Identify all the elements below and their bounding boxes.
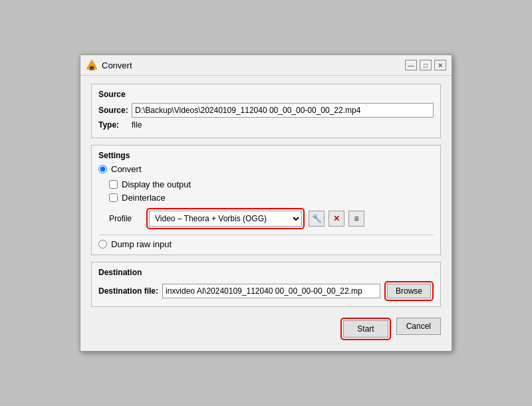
destination-section-label: Destination (98, 268, 434, 277)
wrench-button[interactable]: 🔧 (309, 211, 325, 227)
window-content: Source Source: Type: file Settings Conve… (80, 76, 452, 351)
title-bar-controls: — □ ✕ (405, 60, 446, 70)
dest-file-label: Destination file: (98, 286, 158, 296)
settings-section: Settings Convert Display the output Dein… (91, 145, 441, 255)
dump-radio-label: Dump raw input (111, 239, 172, 249)
type-row: Type: file (98, 120, 434, 130)
bottom-buttons: Start Cancel (91, 314, 441, 343)
source-section-label: Source (98, 90, 434, 99)
svg-rect-1 (90, 66, 94, 68)
display-output-row: Display the output (109, 179, 434, 189)
convert-radio[interactable] (98, 165, 107, 173)
source-section: Source Source: Type: file (91, 84, 441, 138)
cancel-button[interactable]: Cancel (396, 318, 441, 335)
browse-button[interactable]: Browse (387, 284, 431, 298)
profile-row: Profile Video – Theora + Vorbis (OGG) Vi… (109, 208, 434, 229)
browse-btn-wrapper: Browse (384, 281, 434, 301)
start-btn-wrapper: Start (340, 318, 390, 340)
profile-select[interactable]: Video – Theora + Vorbis (OGG) Video – H.… (149, 211, 302, 227)
destination-section: Destination Destination file: Browse (91, 262, 441, 307)
close-button[interactable]: ✕ (434, 60, 446, 70)
title-bar: Convert — □ ✕ (80, 55, 452, 76)
display-output-label: Display the output (122, 179, 191, 189)
window-title: Convert (102, 60, 132, 70)
display-output-checkbox[interactable] (109, 180, 118, 189)
convert-radio-label: Convert (111, 164, 142, 174)
vlc-icon (86, 59, 98, 71)
title-bar-left: Convert (86, 59, 132, 71)
type-value: file (132, 120, 142, 130)
profile-label: Profile (109, 214, 142, 223)
start-button[interactable]: Start (343, 320, 388, 338)
convert-radio-row: Convert (98, 164, 434, 174)
profile-list-button[interactable]: ≡ (348, 211, 364, 227)
dest-file-input[interactable] (162, 284, 380, 298)
source-label: Source: (98, 106, 132, 115)
svg-point-2 (89, 68, 94, 70)
deinterlace-checkbox[interactable] (109, 193, 118, 202)
dump-radio[interactable] (98, 240, 107, 249)
source-row: Source: (98, 103, 434, 118)
deinterlace-label: Deinterlace (122, 193, 166, 203)
type-label: Type: (98, 120, 132, 130)
maximize-button[interactable]: □ (420, 60, 432, 70)
source-input[interactable] (132, 103, 434, 118)
minimize-button[interactable]: — (405, 60, 417, 70)
profile-dropdown-wrapper: Video – Theora + Vorbis (OGG) Video – H.… (146, 208, 305, 229)
destination-file-row: Destination file: Browse (98, 281, 434, 301)
convert-window: Convert — □ ✕ Source Source: Type: file … (80, 54, 452, 352)
delete-profile-button[interactable]: ✕ (329, 211, 344, 227)
deinterlace-row: Deinterlace (109, 193, 434, 203)
settings-section-label: Settings (98, 151, 434, 160)
dump-radio-row: Dump raw input (98, 239, 434, 249)
